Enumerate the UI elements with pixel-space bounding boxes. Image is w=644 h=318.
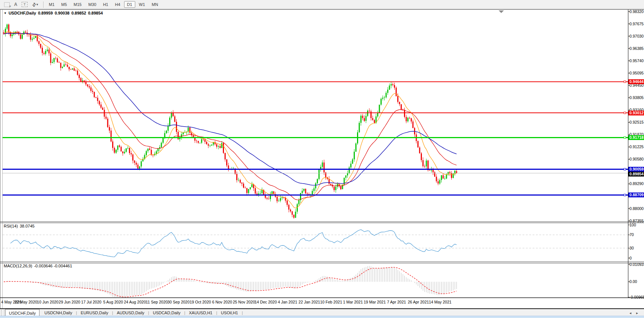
price-axis-tick: 0.97030 — [629, 34, 644, 39]
price-axis-tick: 0.97675 — [629, 22, 644, 26]
timeframe-m5[interactable]: M5 — [58, 1, 70, 8]
hline-handle — [624, 194, 626, 196]
date-axis-label: 30 Sep 2020 — [167, 300, 190, 304]
chart-symbol-label: USDCHF,Daily — [9, 11, 36, 15]
tab-separator: | — [242, 309, 243, 317]
tab-scroll-right-icon[interactable]: ▸ — [636, 311, 638, 315]
price-axis-tick: 0.90580 — [629, 157, 644, 162]
timeframe-d1[interactable]: D1 — [124, 1, 135, 8]
date-axis-label: 19 Mar 2021 — [363, 300, 386, 304]
date-axis-label: 14 Dec 2020 — [254, 300, 277, 304]
timeframe-m30[interactable]: M30 — [85, 1, 99, 8]
price-axis-tick: 0.92515 — [629, 120, 644, 125]
rsi-indicator-label: RSI(14) 38.0745 — [4, 224, 35, 228]
macd-indicator-label: MACD(12,26,9) -0.003646 -0.004461 — [4, 264, 72, 268]
price-axis-tick: 0.88000 — [629, 206, 644, 211]
date-axis-label: 19 Oct 2020 — [189, 300, 212, 304]
macd-axis-tick: -0.009653 — [629, 295, 644, 300]
price-line-badge: 0.93012 — [628, 111, 644, 115]
price-axis-tick: 0.93805 — [629, 95, 644, 100]
timeframe-m15[interactable]: M15 — [71, 1, 85, 8]
date-axis-label: 22 May 2020 — [15, 300, 38, 304]
chart-tabbar: USDCHF,DailyUSDCNH,Daily|EURUSD,Daily|AU… — [0, 308, 644, 317]
chart-tabs: USDCHF,DailyUSDCNH,Daily|EURUSD,Daily|AU… — [5, 309, 243, 317]
timeframe-w1[interactable]: W1 — [136, 1, 148, 8]
chart-title-dropdown-icon[interactable]: ▼ — [4, 12, 7, 15]
quote-high: 0.90038 — [55, 11, 70, 15]
price-axis-tick: 0.96385 — [629, 46, 644, 51]
macd-axis-tick: 0.00 — [629, 279, 637, 284]
text-label-letter: T — [23, 3, 26, 6]
macd-axis-tick: 0.010933 — [629, 262, 644, 267]
tab-xauusd-h1[interactable]: XAUUSD,H1 — [186, 309, 216, 317]
chart-shift-marker-icon — [499, 10, 504, 13]
price-line-badge: 0.94644 — [628, 79, 644, 84]
fix-scale-letter: F — [9, 5, 11, 8]
quote-open: 0.89959 — [38, 11, 53, 15]
date-axis-label: 10 Feb 2021 — [320, 300, 343, 304]
price-axis-tick: 0.98320 — [629, 9, 644, 14]
quote-low: 0.89852 — [71, 11, 86, 15]
top-toolbar: F A T ⇄ ▾ M1M5M15M30H1H4D1W1MN — [0, 0, 644, 9]
font-icon[interactable]: A — [11, 1, 20, 8]
rsi-value: 38.0745 — [20, 224, 35, 228]
cycle-arrows-icon: ⇄ — [31, 1, 37, 8]
candles-layer — [3, 23, 457, 219]
tab-eurusd-daily[interactable]: EURUSD,Daily — [78, 309, 112, 317]
hline-handle — [624, 137, 626, 139]
tab-usdcad-daily[interactable]: USDCAD,Daily — [149, 309, 184, 317]
date-axis-label: 4 Jan 2021 — [276, 300, 299, 304]
price-axis-tick: 0.89290 — [629, 181, 644, 186]
cycle-arrows-button[interactable]: ⇄ ▾ — [29, 1, 41, 8]
date-axis-label: 29 Jun 2020 — [58, 300, 81, 304]
hline-handle — [624, 81, 626, 83]
hline-handle — [624, 112, 626, 114]
price-axis-tick: 0.95095 — [629, 71, 644, 76]
tab-usdcnh-daily[interactable]: USDCNH,Daily — [41, 309, 76, 317]
timeframe-buttons: M1M5M15M30H1H4D1W1MN — [46, 1, 161, 8]
price-line-badge: 0.91718 — [628, 135, 644, 140]
timeframe-mn[interactable]: MN — [149, 1, 161, 8]
tab-scroll-left-icon[interactable]: ◂ — [629, 311, 631, 315]
fix-scale-box: F — [4, 2, 10, 7]
date-axis-label: 25 Nov 2020 — [233, 300, 256, 304]
rsi-axis-tick: 100 — [629, 223, 636, 228]
rsi-name: RSI(14) — [4, 224, 18, 228]
moving-averages-layer — [4, 31, 457, 208]
price-line-badge: 0.90059 — [628, 167, 644, 172]
timeframe-h4[interactable]: H4 — [112, 1, 123, 8]
date-axis-label: 10 Jun 2020 — [36, 300, 59, 304]
chart-title: ▼ USDCHF,Daily 0.89959 0.90038 0.89852 0… — [4, 11, 103, 15]
rsi-axis-tick: 30 — [629, 246, 634, 251]
date-axis-label: 24 Aug 2020 — [123, 300, 146, 304]
current-price-badge: 0.89854 — [628, 172, 644, 177]
timeframe-h1[interactable]: H1 — [100, 1, 111, 8]
tab-usdchf-daily[interactable]: USDCHF,Daily — [5, 309, 40, 317]
toolbar-separator — [43, 1, 44, 8]
tab-scroll-arrows: ◂ ▸ — [629, 309, 644, 317]
font-letter: A — [14, 2, 18, 7]
rsi-axis-tick: 70 — [629, 232, 634, 237]
date-axis-label: 7 Apr 2021 — [385, 300, 408, 304]
text-label-icon[interactable]: T — [20, 1, 29, 8]
rsi-axis-tick: 0 — [629, 256, 632, 261]
date-axis-label: 6 Nov 2020 — [211, 300, 234, 304]
macd-value: -0.003646 -0.004461 — [34, 264, 72, 268]
tabbar-grip[interactable] — [1, 310, 4, 316]
window-bottom-strip — [0, 316, 644, 318]
tab-usoil-h1[interactable]: USOil,H1 — [218, 309, 242, 317]
fix-scale-icon[interactable]: F — [2, 1, 11, 8]
quote-close: 0.89854 — [88, 11, 103, 15]
rsi-layer — [10, 230, 457, 257]
macd-layer — [4, 266, 457, 298]
date-axis-label: 17 Jul 2020 — [80, 300, 103, 304]
date-axis-label: 1 Mar 2021 — [341, 300, 364, 304]
price-axis-tick: 0.91225 — [629, 144, 644, 149]
chart-canvas[interactable] — [0, 0, 644, 318]
macd-name: MACD(12,26,9) — [4, 264, 32, 268]
tab-audusd-daily[interactable]: AUDUSD,Daily — [113, 309, 148, 317]
timeframe-m1[interactable]: M1 — [46, 1, 57, 8]
date-axis-label: 26 Apr 2021 — [407, 300, 430, 304]
price-axis-tick: 0.95740 — [629, 58, 644, 63]
text-label-box: T — [22, 2, 28, 7]
